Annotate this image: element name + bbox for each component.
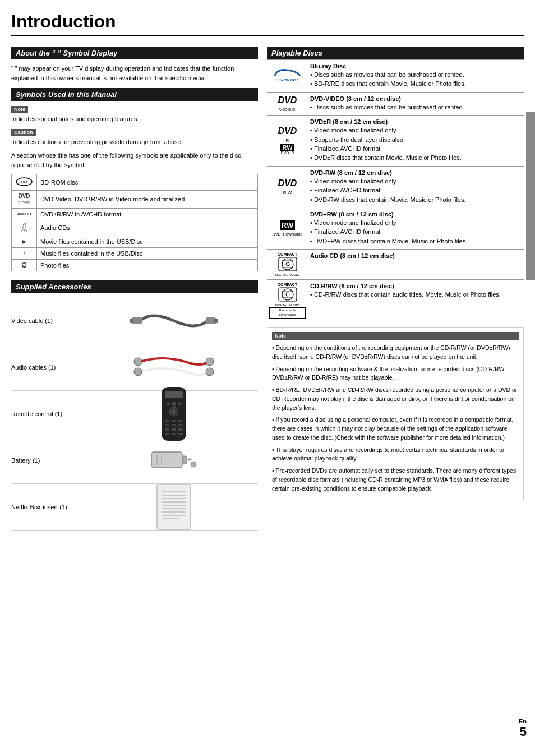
cdrw-bullets: CD-R/RW discs that contain audio titles,… (310, 291, 522, 299)
rw-logo-dvdr: RW DVD+R (269, 144, 306, 155)
svg-point-8 (206, 358, 214, 366)
dvd-rw-info: DVD-RW (8 cm / 12 cm disc) Video mode an… (308, 166, 524, 208)
note-box-bottom: Note Depending on the conditions of the … (267, 327, 524, 502)
cdrw-disc-svg (278, 287, 298, 302)
dvd-plusrw-logo: RW DVD+ReWritable (269, 220, 306, 237)
accessory-item-battery: Battery (1) ✳ (11, 437, 258, 484)
page-number: 5 (519, 725, 527, 739)
svg-rect-28 (172, 428, 176, 431)
accessory-item-audio-cable: Audio cables (1) (11, 344, 258, 391)
table-row-dvd-r: DVD R RW DVD+R DVD±R (8 cm / 12 cm disc) (267, 116, 524, 167)
playable-discs-table: Blu-ray Disc Blu-ray Disc Discs such as … (267, 59, 524, 321)
dvd-video-logo: DVD VIDEO (269, 95, 306, 112)
video-cable-image (90, 301, 258, 340)
audio-cd-info: Audio CD (8 cm / 12 cm disc) (308, 250, 524, 280)
dvd-video-bullets: Discs such as movies that can be purchas… (310, 103, 522, 112)
audio-cables-label: Audio cables (1) (11, 364, 90, 371)
svg-point-52 (286, 262, 289, 266)
table-row-cdrw: COMPACT DIGITAL AUDIO (267, 280, 524, 321)
svg-point-56 (282, 289, 293, 300)
avchd-icon: AVCHD (15, 211, 33, 217)
dvd-rw-bullets: Video mode and finalized only Finalized … (310, 177, 522, 204)
battery-label: Battery (1) (11, 457, 90, 464)
svg-point-6 (134, 358, 142, 366)
dvd-video-logo-cell: DVD VIDEO (267, 92, 308, 115)
svg-point-57 (286, 293, 289, 296)
svg-point-38 (191, 462, 196, 467)
note-badge-bottom: Note (272, 332, 519, 341)
dvd-plusrw-title: DVD+RW (8 cm / 12 cm disc) (310, 211, 522, 218)
table-row: ♪ Music files contained in the USB/Disc (12, 247, 258, 259)
remote-label: Remote control (1) (11, 411, 90, 417)
bluray-logo-cell: Blu-ray Disc (267, 60, 308, 93)
accessories-header: Supplied Accessories (11, 280, 258, 293)
svg-point-20 (172, 410, 176, 413)
table-row: AVCHD DVD±R/RW in AVCHD format (12, 208, 258, 220)
dvd-video-info: DVD-VIDEO (8 cm / 12 cm disc) Discs such… (308, 92, 524, 115)
right-column: Playable Discs Blu-ray Disc Blu-ray Disc (267, 47, 524, 531)
svg-point-12 (172, 402, 176, 406)
bluray-info: Blu-ray Disc Discs such as movies that c… (308, 60, 524, 93)
list-item: If you record a disc using a personal co… (272, 416, 519, 442)
note-label-1: Note (11, 105, 258, 114)
en-label: En (519, 718, 527, 725)
svg-rect-26 (178, 424, 183, 426)
dvd-video-title: DVD-VIDEO (8 cm / 12 cm disc) (310, 95, 522, 102)
symbols-header: Symbols Used in this Manual (11, 88, 258, 101)
symbols-section: Symbols Used in this Manual Note Indicat… (11, 88, 258, 271)
svg-text:Blu-ray Disc: Blu-ray Disc (276, 78, 299, 82)
icon-cell-bd: BD (12, 174, 37, 191)
list-item: This player requires discs and recording… (272, 446, 519, 464)
svg-point-51 (282, 259, 293, 270)
playable-discs-header: Playable Discs (267, 47, 524, 59)
accessory-item-insert: Netflix Box-insert (1) (11, 484, 258, 531)
list-item: CD-R/RW discs that contain audio titles,… (310, 291, 522, 299)
bluray-disc-icon: Blu-ray Disc (269, 66, 306, 85)
dvd-r-logo-cell: DVD R RW DVD+R (267, 116, 308, 167)
insert-svg (151, 482, 196, 532)
recordable-label: RecordableReWritable (269, 307, 306, 319)
about-symbol-header: About the “ ” Symbol Display (11, 47, 258, 59)
svg-rect-25 (172, 424, 176, 426)
remote-svg (157, 386, 191, 442)
icon-cell-dvd: DVD VIDEO (12, 191, 37, 209)
svg-point-9 (206, 368, 214, 376)
music-icon: ♪ (15, 250, 33, 257)
table-row: 🖼 Photo files (12, 259, 258, 271)
svg-rect-39 (157, 485, 191, 529)
audio-cables-svg (129, 351, 219, 384)
bd-icon: BD (15, 177, 33, 187)
about-symbol-section: About the “ ” Symbol Display “ ” may app… (11, 47, 258, 82)
dvd-rw-logo: DVD R W (269, 178, 306, 195)
dvd-plusrw-info: DVD+RW (8 cm / 12 cm disc) Video mode an… (308, 208, 524, 249)
cd-icon: 🎵 CD (15, 223, 33, 233)
icon-cell-avchd: AVCHD (12, 208, 37, 220)
note-badge-1: Note (11, 106, 28, 113)
svg-rect-32 (178, 433, 183, 435)
right-tab-bar (526, 112, 535, 280)
battery-image: ✳ (90, 441, 258, 480)
dvd-r-info: DVD±R (8 cm / 12 cm disc) Video mode and… (308, 116, 524, 167)
svg-rect-31 (172, 433, 176, 435)
avchd-text: DVD±R/RW in AVCHD format (37, 208, 258, 220)
table-row-dvd-rw: DVD R W DVD-RW (8 cm / 12 cm disc) Video… (267, 166, 524, 208)
svg-point-7 (134, 368, 142, 376)
left-column: About the “ ” Symbol Display “ ” may app… (11, 47, 258, 531)
svg-rect-50 (279, 257, 297, 271)
list-item: Finalized AVCHD format (310, 186, 522, 195)
photo-icon: 🖼 (15, 262, 33, 269)
svg-rect-30 (165, 433, 169, 435)
caution-text: Indicates cautions for preventing possib… (11, 137, 258, 147)
icon-cell-movie: ▶ (12, 236, 37, 247)
page-number-area: En 5 (519, 718, 527, 739)
insert-label: Netflix Box-insert (1) (11, 504, 90, 510)
section-symbols-text: A section whose title has one of the fol… (11, 151, 258, 169)
dvd-r-logo: DVD R (269, 126, 306, 143)
list-item: Depending on the conditions of the recor… (272, 344, 519, 362)
movie-text: Movie files contained in the USB/Disc (37, 236, 258, 247)
table-row: 🎵 CD Audio CDs (12, 220, 258, 236)
dvd-rw-logo-cell: DVD R W (267, 166, 308, 208)
list-item: BD-R/RE, DVD±R/RW and CD-R/RW discs reco… (272, 386, 519, 412)
svg-rect-29 (178, 428, 183, 431)
compact-disc-logo: COMPACT DIGITAL AUDIO (269, 252, 306, 276)
